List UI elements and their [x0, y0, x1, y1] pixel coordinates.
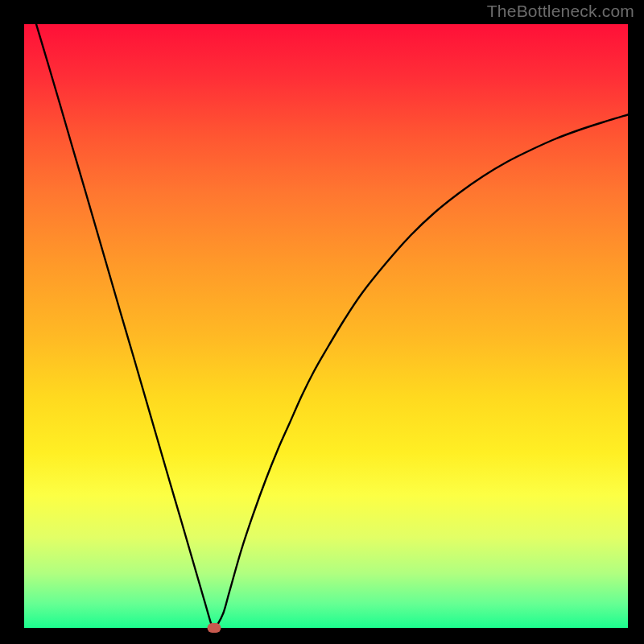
watermark-text: TheBottleneck.com	[487, 2, 634, 21]
chart-plot-area	[24, 24, 628, 628]
bottleneck-curve	[24, 24, 628, 628]
minimum-marker	[208, 623, 221, 633]
